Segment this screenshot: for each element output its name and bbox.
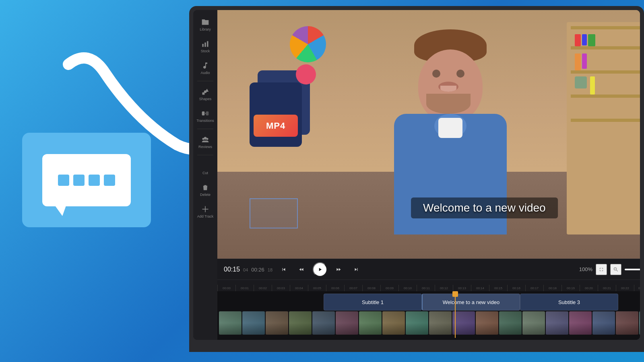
zoom-slider[interactable] — [625, 269, 640, 270]
ruler-mark-5: 00:05 — [308, 285, 326, 291]
video-preview[interactable]: MP4 Welcome to a new video — [217, 10, 640, 259]
fast-forward-button[interactable] — [332, 263, 345, 276]
timeline-area: 00:00 00:01 00:02 00:03 00:04 00:05 00:0… — [217, 280, 640, 340]
ruler-mark-17: 00:17 — [525, 285, 543, 291]
sidebar: Library Stock Audio — [193, 10, 217, 340]
film-frame-10 — [429, 311, 452, 335]
sidebar-item-stock[interactable]: Stock — [194, 36, 217, 57]
film-frame-5 — [312, 311, 335, 335]
time-display: 00:15 04 00:26 18 — [224, 266, 272, 273]
sidebar-divider-1 — [197, 81, 213, 81]
filmstrip-track — [219, 311, 640, 335]
total-frames: 18 — [268, 267, 272, 272]
shelf-unit — [567, 22, 640, 234]
skip-to-start-button[interactable] — [277, 263, 290, 276]
left-decoration — [0, 0, 193, 362]
sidebar-label-library: Library — [200, 27, 211, 31]
zoom-slider-fill — [625, 269, 640, 270]
timeline-tracks: Subtitle 1 Welcome to a new video Subtit… — [217, 291, 640, 338]
subtitle-segment-2[interactable]: Welcome to a new video — [422, 294, 520, 311]
laptop-screen: Library Stock Audio — [193, 10, 640, 340]
zoom-out-button[interactable] — [610, 264, 621, 275]
svg-point-10 — [206, 138, 208, 140]
laptop-container: Library Stock Audio — [189, 0, 644, 362]
ruler-mark-22: 00:22 — [616, 285, 634, 291]
play-button[interactable] — [313, 262, 327, 277]
playhead[interactable] — [455, 291, 456, 338]
film-frame-8 — [382, 311, 405, 335]
shapes-icon — [201, 88, 209, 96]
playhead-handle[interactable] — [452, 291, 458, 297]
sidebar-label-add-track: Add Track — [197, 214, 214, 218]
sidebar-item-delete[interactable]: Delete — [194, 179, 217, 200]
fullscreen-icon — [599, 267, 604, 272]
time-frames: 04 — [243, 267, 248, 272]
chat-dot-4 — [104, 175, 115, 186]
film-frame-13 — [499, 311, 522, 335]
fullscreen-button[interactable] — [596, 264, 607, 275]
sidebar-item-library[interactable]: Library — [194, 14, 217, 35]
film-frame-12 — [476, 311, 498, 335]
sidebar-label-delete: Delete — [200, 193, 211, 197]
ruler-mark-6: 00:06 — [326, 285, 344, 291]
add-track-icon — [201, 205, 209, 213]
svg-rect-3 — [207, 41, 208, 47]
sidebar-item-reviews[interactable]: Reviews — [194, 132, 217, 152]
sidebar-item-cut[interactable]: Cut — [194, 158, 217, 179]
wall-decoration — [290, 26, 326, 62]
sidebar-item-audio[interactable]: Audio — [194, 58, 217, 78]
film-frame-4 — [289, 311, 312, 335]
film-frame-17 — [592, 311, 615, 335]
ruler-mark-13: 00:13 — [453, 285, 471, 291]
laptop-frame: Library Stock Audio — [189, 6, 644, 352]
timeline-ruler: 00:00 00:01 00:02 00:03 00:04 00:05 00:0… — [217, 280, 640, 291]
svg-point-9 — [204, 137, 207, 140]
controls-bar: 00:15 04 00:26 18 — [217, 259, 640, 280]
ruler-mark-4: 00:04 — [290, 285, 308, 291]
ruler-mark-23: 00:23+ — [634, 285, 640, 291]
skip-to-end-button[interactable] — [350, 263, 363, 276]
ruler-marks-container: 00:00 00:01 00:02 00:03 00:04 00:05 00:0… — [217, 285, 640, 291]
ruler-mark-1: 00:01 — [235, 285, 254, 291]
subtitle-segment-1[interactable]: Subtitle 1 — [324, 294, 422, 311]
chat-dot-3 — [89, 175, 100, 186]
ruler-mark-20: 00:20 — [580, 285, 598, 291]
sidebar-item-add-track[interactable]: Add Track — [194, 201, 217, 222]
mp4-doc-front: MP4 — [250, 82, 302, 147]
rewind-button[interactable] — [295, 263, 308, 276]
sidebar-item-transitions[interactable]: Transitions — [194, 105, 217, 126]
subtitle-3-label: Subtitle 3 — [558, 299, 580, 305]
ruler-mark-10: 00:10 — [398, 285, 417, 291]
transitions-icon — [201, 109, 209, 117]
film-frame-6 — [336, 311, 358, 335]
ruler-mark-11: 00:11 — [417, 285, 435, 291]
zoom-area: 100% — [579, 264, 640, 275]
selection-box[interactable] — [250, 198, 298, 228]
film-frame-18 — [616, 311, 638, 335]
rewind-icon — [299, 267, 304, 272]
time-total: 00:26 — [251, 267, 264, 273]
video-subtitle-overlay: Welcome to a new video — [411, 197, 558, 218]
ruler-mark-0: 00:00 — [217, 285, 235, 291]
main-editor: MP4 Welcome to a new video 00:15 — [217, 10, 640, 340]
subtitle-empty-start — [219, 294, 324, 311]
svg-rect-13 — [205, 206, 206, 212]
person-head — [418, 49, 483, 122]
chat-bubble — [42, 154, 131, 206]
film-frame-16 — [569, 311, 592, 335]
delete-icon — [201, 183, 209, 191]
svg-rect-1 — [202, 44, 204, 47]
ruler-mark-8: 00:08 — [362, 285, 380, 291]
play-icon — [317, 267, 323, 272]
film-frame-19 — [639, 311, 640, 335]
sidebar-label-shapes: Shapes — [199, 97, 212, 101]
subtitle-segment-3[interactable]: Subtitle 3 — [520, 294, 618, 311]
film-frame-15 — [546, 311, 568, 335]
zoom-percent: 100% — [579, 266, 592, 272]
svg-point-11 — [202, 138, 204, 140]
sidebar-item-shapes[interactable]: Shapes — [194, 84, 217, 105]
film-frame-2 — [242, 311, 265, 335]
zoom-out-icon — [613, 267, 619, 272]
ruler-mark-21: 00:21 — [598, 285, 616, 291]
sidebar-label-audio: Audio — [200, 71, 210, 75]
